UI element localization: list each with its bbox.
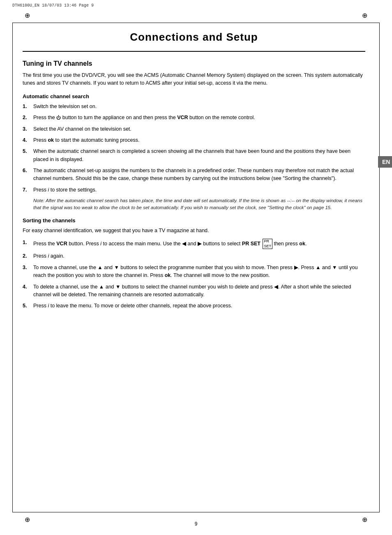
bottom-border-line xyxy=(12,512,380,512)
step-number: 5. xyxy=(23,302,33,310)
step-number: 4. xyxy=(23,283,33,291)
step-content: Press i to store the settings. xyxy=(33,186,365,194)
step-content: Press the VCR button. Press i to access … xyxy=(33,239,365,249)
doc-header: DTH6100U_EN 18/07/03 13:46 Page 9 xyxy=(12,3,94,8)
step-content: Select the AV channel on the television … xyxy=(33,125,365,133)
step-number: 4. xyxy=(23,136,33,144)
pr-set-icon: PRSET xyxy=(263,239,272,249)
left-border-line xyxy=(12,23,13,512)
top-border-line xyxy=(12,23,380,23)
step-number: 7. xyxy=(23,186,33,194)
step-content: Press the ⏻ button to turn the appliance… xyxy=(33,114,365,122)
sorting-intro: For easy channel identification, we sugg… xyxy=(23,227,365,235)
sorting-heading: Sorting the channels xyxy=(23,217,365,224)
intro-paragraph: The first time you use the DVD/VCR, you … xyxy=(23,71,365,88)
list-item: 2. Press i again. xyxy=(23,252,365,260)
list-item: 4. To delete a channel, use the ▲ and ▼ … xyxy=(23,283,365,299)
step-number: 2. xyxy=(23,114,33,122)
section-title: Tuning in TV channels xyxy=(23,60,365,67)
list-item: 7. Press i to store the settings. xyxy=(23,186,365,194)
step-number: 1. xyxy=(23,103,33,111)
reg-mark-tl: ⊕ xyxy=(25,12,30,19)
auto-search-heading: Automatic channel search xyxy=(23,93,365,99)
note-block: Note: After the automatic channel search… xyxy=(33,197,365,212)
list-item: 3. Select the AV channel on the televisi… xyxy=(23,125,365,133)
list-item: 2. Press the ⏻ button to turn the applia… xyxy=(23,114,365,122)
list-item: 3. To move a channel, use the ▲ and ▼ bu… xyxy=(23,264,365,280)
title-underline xyxy=(23,51,365,52)
step-content: The automatic channel set-up assigns the… xyxy=(33,167,365,183)
step-content: Press i again. xyxy=(33,252,365,260)
step-number: 6. xyxy=(23,167,33,175)
right-border-line xyxy=(379,23,380,512)
list-item: 6. The automatic channel set-up assigns … xyxy=(23,167,365,183)
language-tab: EN xyxy=(378,156,392,168)
auto-search-steps: 1. Switch the television set on. 2. Pres… xyxy=(23,103,365,194)
step-content: Press i to leave the menu. To move or de… xyxy=(33,302,365,310)
page-number: 9 xyxy=(0,521,392,527)
page-title: Connections and Setup xyxy=(23,31,365,44)
step-content: To move a channel, use the ▲ and ▼ butto… xyxy=(33,264,365,280)
step-content: Press ok to start the automatic tuning p… xyxy=(33,136,365,144)
note-text: Note: After the automatic channel search… xyxy=(33,198,362,210)
step-number: 2. xyxy=(23,252,33,260)
step-content: To delete a channel, use the ▲ and ▼ but… xyxy=(33,283,365,299)
sorting-steps: 1. Press the VCR button. Press i to acce… xyxy=(23,239,365,310)
step-number: 5. xyxy=(23,148,33,155)
list-item: 4. Press ok to start the automatic tunin… xyxy=(23,136,365,144)
step-content: When the automatic channel search is com… xyxy=(33,148,365,164)
list-item: 5. When the automatic channel search is … xyxy=(23,148,365,164)
step-number: 3. xyxy=(23,264,33,272)
reg-mark-tr: ⊕ xyxy=(362,12,367,19)
step-number: 3. xyxy=(23,125,33,133)
step-content: Switch the television set on. xyxy=(33,103,365,111)
step-number: 1. xyxy=(23,239,33,247)
list-item: 5. Press i to leave the menu. To move or… xyxy=(23,302,365,310)
list-item: 1. Switch the television set on. xyxy=(23,103,365,111)
list-item: 1. Press the VCR button. Press i to acce… xyxy=(23,239,365,249)
main-content: Connections and Setup Tuning in TV chann… xyxy=(23,27,365,508)
page: DTH6100U_EN 18/07/03 13:46 Page 9 ⊕ ⊕ ⊕ … xyxy=(0,0,392,535)
